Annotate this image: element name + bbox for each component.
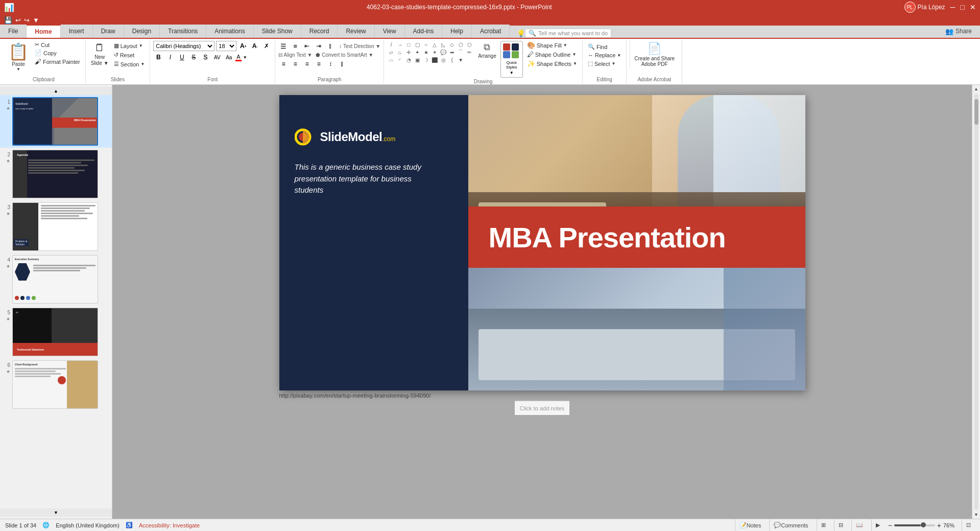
shape-hexagon[interactable]: ⬡	[465, 41, 473, 48]
tab-view[interactable]: View	[375, 25, 405, 38]
shape-block-arrow[interactable]: ➡	[448, 49, 456, 56]
shape-cross[interactable]: ✛	[404, 49, 413, 56]
reset-button[interactable]: ↺ Reset	[112, 51, 147, 59]
fit-window-button[interactable]: ⊡	[962, 519, 975, 532]
shape-arc[interactable]: ⌓	[387, 56, 395, 63]
tab-help[interactable]: Help	[442, 25, 472, 38]
shape-rect[interactable]: □	[404, 41, 413, 48]
slide-thumb-1[interactable]: MBA Presentation SlideModel case study t…	[12, 97, 98, 146]
slide-thumb-3[interactable]: Problem &Solution	[12, 202, 98, 251]
tab-animations[interactable]: Animations	[206, 25, 253, 38]
cut-button[interactable]: ✂ Cut	[33, 41, 82, 49]
shape-trap[interactable]: ⏢	[396, 49, 404, 56]
layout-button[interactable]: ▦ Layout ▼	[112, 42, 147, 50]
italic-button[interactable]: I	[165, 52, 175, 62]
new-slide-button[interactable]: 🗒 New Slide ▼	[89, 41, 111, 67]
slide-item-5[interactable]: 5 ★ " Testimonial Statement	[0, 306, 112, 358]
shape-fill-button[interactable]: 🎨 Shape Fill ▼	[525, 41, 579, 50]
align-right-button[interactable]: ≡	[302, 59, 312, 69]
font-grow-button[interactable]: A+	[238, 41, 248, 51]
arrange-button[interactable]: ⧉ Arrange	[476, 41, 498, 60]
shape-curve[interactable]: ⌒	[457, 49, 465, 56]
restore-button[interactable]: □	[961, 3, 965, 11]
shape-diamond[interactable]: ◇	[448, 41, 456, 48]
undo-icon[interactable]: ↩	[15, 16, 21, 24]
text-direction-button[interactable]: ↕ Text Direction ▼	[339, 43, 380, 49]
tab-addins[interactable]: Add-ins	[405, 25, 443, 38]
comments-button[interactable]: 💬 Comments	[769, 519, 812, 532]
shape-callout[interactable]: 💬	[439, 49, 447, 56]
columns-button[interactable]: ⫿	[325, 41, 336, 51]
shape-freeform[interactable]: ✏	[465, 49, 473, 56]
slide-sorter-button[interactable]: ⊟	[834, 519, 847, 532]
slideshow-button[interactable]: ▶	[871, 519, 884, 532]
shape-moon[interactable]: ☽	[422, 56, 430, 63]
section-button[interactable]: ☰ Section ▼	[112, 60, 147, 68]
font-size-select[interactable]: 18	[216, 41, 236, 51]
reading-view-button[interactable]: 📖	[851, 519, 867, 532]
replace-button[interactable]: ↔ Replace ▼	[586, 52, 623, 59]
shape-plaque[interactable]: ⬛	[431, 56, 439, 63]
line-spacing-button[interactable]: ↕	[325, 59, 336, 69]
shape-more[interactable]: ▼	[457, 56, 465, 63]
scroll-track[interactable]	[974, 94, 978, 510]
slide-panel-scroll-down[interactable]: ▼	[0, 509, 112, 517]
tab-insert[interactable]: Insert	[61, 25, 93, 38]
slide-item-4[interactable]: 4 ★ Executive Summary	[0, 253, 112, 306]
notes-button[interactable]: 📝 Notes	[735, 519, 766, 532]
slide-thumb-4[interactable]: Executive Summary	[12, 255, 98, 304]
bullets-button[interactable]: ☰	[278, 41, 289, 51]
font-color-indicator[interactable]: A	[235, 54, 241, 61]
change-case-button[interactable]: Aa	[224, 52, 234, 62]
main-slide-canvas[interactable]: MBA Presentation SlideModel.com This	[279, 95, 805, 390]
tell-me-input[interactable]: 🔍 Tell me what you want to do	[525, 29, 611, 38]
font-shrink-button[interactable]: A-	[250, 41, 260, 51]
format-painter-button[interactable]: 🖌 Format Painter	[33, 57, 82, 66]
quick-styles-button[interactable]: QuickStyles ▼	[500, 41, 523, 78]
zoom-thumb[interactable]	[921, 522, 926, 527]
numbering-button[interactable]: ≡	[290, 41, 300, 51]
tab-transitions[interactable]: Transitions	[160, 25, 206, 38]
slide-item-1[interactable]: 1 ★ MBA Presentation SlideModel case stu…	[0, 95, 112, 148]
shape-oval[interactable]: ○	[422, 41, 430, 48]
font-color-arrow[interactable]: ▼	[243, 55, 247, 60]
tab-review[interactable]: Review	[338, 25, 374, 38]
select-button[interactable]: ⬚ Select ▼	[586, 60, 618, 67]
create-share-button[interactable]: 📄 Create and ShareAdobe PDF	[630, 41, 679, 68]
convert-smartart-button[interactable]: ⬟ Convert to SmartArt ▼	[316, 52, 373, 58]
clear-formatting-button[interactable]: ✗	[261, 41, 272, 51]
zoom-out-button[interactable]: −	[888, 521, 892, 529]
shape-brace[interactable]: {	[448, 56, 456, 63]
accessibility-label[interactable]: Accessibility: Investigate	[139, 522, 200, 528]
copy-button[interactable]: 📄 Copy	[33, 49, 82, 57]
scroll-down-arrow[interactable]: ▼	[972, 511, 981, 519]
shape-triangle[interactable]: △	[431, 41, 439, 48]
find-button[interactable]: 🔍 Find	[586, 43, 609, 51]
slide-panel-scroll-up[interactable]: ▲	[0, 87, 112, 95]
tab-home[interactable]: Home	[27, 25, 60, 38]
bold-button[interactable]: B	[153, 52, 163, 62]
strikethrough-button[interactable]: S	[188, 52, 199, 62]
shape-star4[interactable]: ✦	[413, 49, 421, 56]
share-button[interactable]: 👥 Share	[937, 25, 980, 38]
shape-effects-button[interactable]: ✨ Shape Effects ▼	[525, 59, 579, 68]
normal-view-button[interactable]: ⊞	[817, 519, 830, 532]
align-left-button[interactable]: ≡	[278, 59, 289, 69]
slide-item-6[interactable]: 6 ★ Client Background	[0, 358, 112, 411]
scroll-up-arrow[interactable]: ▲	[972, 85, 981, 93]
shape-star5[interactable]: ★	[422, 49, 430, 56]
tab-design[interactable]: Design	[124, 25, 160, 38]
shape-frame[interactable]: ▣	[413, 56, 421, 63]
minimize-button[interactable]: ─	[950, 3, 955, 11]
zoom-in-button[interactable]: +	[937, 521, 941, 529]
shape-star6[interactable]: ✶	[431, 49, 439, 56]
char-spacing-button[interactable]: AV	[212, 52, 222, 62]
slide-thumb-6[interactable]: Client Background	[12, 360, 98, 409]
shape-right-triangle[interactable]: ◺	[439, 41, 447, 48]
canvas-area[interactable]: MBA Presentation SlideModel.com This	[112, 85, 972, 519]
shape-arrow-line[interactable]: →	[396, 41, 404, 48]
tab-file[interactable]: File	[0, 25, 27, 38]
save-icon[interactable]: 💾	[4, 16, 12, 24]
notes-placeholder[interactable]: Click to add notes	[520, 405, 564, 411]
slide-item-3[interactable]: 3 ★ Problem &Solution	[0, 200, 112, 253]
